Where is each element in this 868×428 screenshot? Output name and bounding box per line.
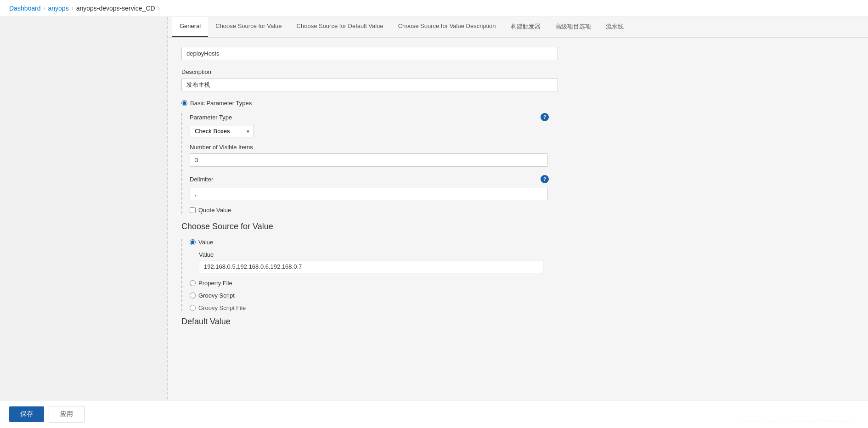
breadcrumb-sep-1: ›	[44, 5, 45, 11]
form-content: Description Basic Parameter Types Parame…	[168, 38, 868, 372]
groovy-script-radio-group: Groovy Script	[190, 292, 558, 299]
parameter-type-select-wrapper: Check Boxes ▼	[190, 125, 254, 137]
parameter-type-help-icon[interactable]: ?	[541, 113, 549, 121]
value-radio-group: Value	[190, 239, 558, 246]
breadcrumb-sep-2: ›	[72, 5, 73, 11]
sidebar-dashed	[0, 17, 168, 428]
basic-param-types-radio[interactable]	[181, 100, 187, 106]
breadcrumb-dashboard[interactable]: Dashboard	[9, 5, 41, 12]
main-container: General Choose Source for Value Choose S…	[0, 17, 868, 428]
delimiter-label: Delimiter	[190, 176, 213, 183]
tab-advanced[interactable]: 高级项目选项	[548, 17, 598, 37]
default-value-section: Default Value	[181, 317, 558, 327]
breadcrumb-bar: Dashboard › anyops › anyops-devops-servi…	[0, 0, 868, 17]
param-type-row: Parameter Type ?	[190, 113, 549, 121]
visible-items-input[interactable]	[190, 153, 548, 167]
parameter-type-select[interactable]: Check Boxes	[190, 125, 254, 137]
groovy-script-file-radio-group: Groovy Script File	[190, 304, 558, 311]
quote-value-checkbox[interactable]	[190, 207, 196, 213]
property-file-radio[interactable]	[190, 280, 196, 286]
param-type-section: Parameter Type ? Check Boxes ▼ Number of…	[181, 113, 549, 214]
tab-choose-source-value[interactable]: Choose Source for Value	[208, 17, 289, 37]
tab-choose-source-default[interactable]: Choose Source for Default Value	[289, 17, 391, 37]
delimiter-help-icon[interactable]: ?	[541, 175, 549, 183]
delimiter-section: Delimiter ?	[190, 175, 549, 200]
source-value-section: Value Value Property File	[181, 239, 558, 311]
quote-value-row: Quote Value	[190, 207, 549, 214]
value-radio[interactable]	[190, 239, 196, 245]
property-file-label: Property File	[198, 280, 232, 287]
value-input-block: Value	[199, 251, 558, 273]
tab-pipeline[interactable]: 流水线	[598, 17, 631, 37]
name-input[interactable]	[181, 47, 558, 60]
description-input[interactable]	[181, 78, 558, 91]
value-radio-label: Value	[198, 239, 213, 246]
quote-value-label: Quote Value	[198, 207, 231, 214]
tab-build-trigger[interactable]: 构建触发器	[503, 17, 548, 37]
delimiter-input[interactable]	[190, 187, 548, 200]
breadcrumb-anyops[interactable]: anyops	[48, 5, 69, 12]
basic-param-types-radio-group: Basic Parameter Types	[181, 100, 854, 107]
groovy-script-file-radio[interactable]	[190, 305, 196, 311]
action-bar: 保存 应用	[0, 400, 868, 428]
description-label: Description	[181, 68, 558, 75]
groovy-script-radio[interactable]	[190, 293, 196, 298]
breadcrumb-sep-3: ›	[158, 5, 160, 11]
tab-general[interactable]: General	[172, 17, 208, 37]
name-form-group	[181, 47, 854, 60]
choose-source-heading: Choose Source for Value	[181, 222, 558, 231]
groovy-script-label: Groovy Script	[198, 292, 235, 299]
tab-bar: General Choose Source for Value Choose S…	[168, 17, 868, 38]
choose-source-section: Choose Source for Value Value Value	[181, 222, 558, 311]
groovy-script-file-label: Groovy Script File	[198, 304, 246, 311]
basic-param-types-label: Basic Parameter Types	[190, 100, 252, 107]
value-input-label: Value	[199, 251, 558, 258]
parameter-type-label: Parameter Type	[190, 114, 232, 121]
tab-choose-source-description[interactable]: Choose Source for Value Description	[391, 17, 503, 37]
content-area: General Choose Source for Value Choose S…	[168, 17, 868, 428]
value-input[interactable]	[199, 260, 543, 273]
delimiter-row: Delimiter ?	[190, 175, 549, 183]
default-value-label: Default Value	[181, 317, 558, 327]
breadcrumb-project: anyops-devops-service_CD	[76, 5, 155, 12]
property-file-radio-group: Property File	[190, 280, 558, 287]
save-button[interactable]: 保存	[9, 406, 44, 422]
visible-items-label: Number of Visible Items	[190, 144, 549, 151]
description-form-group: Description	[181, 68, 558, 91]
visible-items-form-group: Number of Visible Items	[190, 144, 549, 167]
apply-button[interactable]: 应用	[49, 406, 85, 422]
